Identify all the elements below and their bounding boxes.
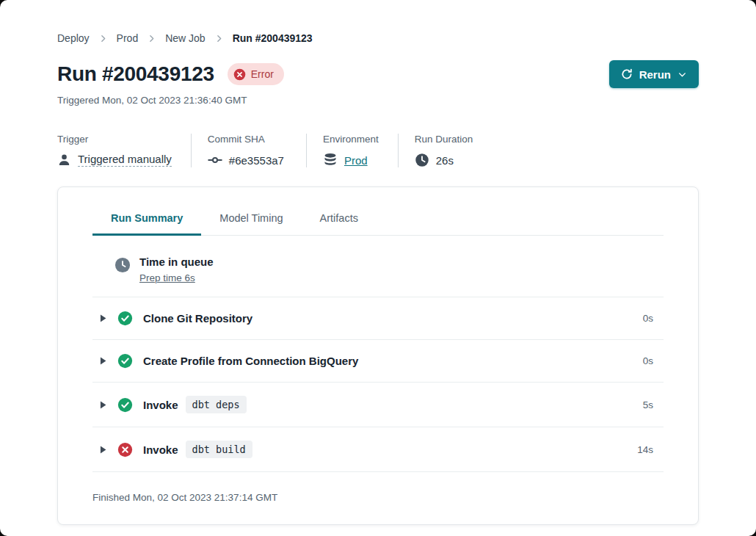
step-duration: 5s	[643, 399, 664, 410]
rerun-refresh-icon	[621, 68, 633, 80]
chevron-down-icon	[677, 70, 687, 79]
step-label: Create Profile from Connection BigQuery	[143, 355, 358, 367]
meta-environment: Environment Prod	[306, 134, 398, 167]
tab-model-timing[interactable]: Model Timing	[201, 212, 301, 235]
status-badge-label: Error	[251, 68, 274, 80]
step-row-dbt-build[interactable]: Invoke dbt build 14s	[92, 427, 664, 472]
success-icon	[117, 353, 133, 369]
page-title: Run #200439123	[57, 62, 214, 86]
error-circle-icon	[233, 68, 246, 81]
expand-triangle-icon[interactable]	[92, 356, 107, 366]
step-label: Invoke dbt deps	[143, 396, 247, 413]
step-label: Clone Git Repository	[143, 312, 252, 325]
success-icon	[117, 397, 133, 413]
queue-clock-icon	[115, 257, 131, 273]
expand-triangle-icon[interactable]	[92, 400, 107, 410]
time-in-queue-section: Time in queue Prep time 6s	[92, 236, 664, 297]
expand-triangle-icon[interactable]	[92, 314, 107, 323]
clock-icon	[415, 153, 429, 167]
person-icon	[57, 153, 71, 167]
meta-environment-value[interactable]: Prod	[344, 154, 368, 167]
breadcrumb-deploy[interactable]: Deploy	[57, 32, 90, 44]
meta-environment-label: Environment	[323, 134, 379, 145]
breadcrumb: Deploy Prod New Job Run #200439123	[57, 0, 699, 44]
chevron-right-icon	[98, 34, 108, 43]
git-commit-icon	[208, 153, 222, 167]
tab-bar: Run Summary Model Timing Artifacts	[92, 212, 664, 236]
tab-run-summary[interactable]: Run Summary	[92, 212, 201, 236]
database-icon	[323, 153, 338, 167]
step-label: Invoke dbt build	[143, 441, 252, 458]
run-summary-card: Run Summary Model Timing Artifacts Time …	[57, 186, 699, 525]
tab-artifacts[interactable]: Artifacts	[302, 212, 377, 235]
success-icon	[117, 311, 133, 326]
app-window: Deploy Prod New Job Run #200439123 Run #…	[0, 0, 756, 536]
expand-triangle-icon[interactable]	[92, 445, 107, 454]
step-duration: 0s	[643, 355, 664, 366]
meta-commit-label: Commit SHA	[208, 134, 284, 145]
breadcrumb-new-job[interactable]: New Job	[165, 32, 205, 44]
meta-trigger-label: Trigger	[57, 134, 172, 145]
command-chip: dbt deps	[186, 396, 247, 413]
breadcrumb-current-run: Run #200439123	[233, 32, 313, 44]
step-duration: 14s	[637, 444, 664, 455]
command-chip: dbt build	[186, 441, 252, 458]
step-row-dbt-deps[interactable]: Invoke dbt deps 5s	[92, 383, 664, 427]
triggered-timestamp: Triggered Mon, 02 Oct 2023 21:36:40 GMT	[57, 95, 699, 106]
status-badge: Error	[228, 63, 284, 85]
error-icon	[117, 442, 133, 457]
rerun-button[interactable]: Rerun	[609, 60, 699, 88]
meta-commit-sha: Commit SHA #6e3553a7	[191, 134, 306, 167]
chevron-right-icon	[147, 34, 156, 43]
meta-trigger: Trigger Triggered manually	[57, 134, 191, 167]
prep-time-link[interactable]: Prep time 6s	[139, 272, 195, 283]
finished-timestamp: Finished Mon, 02 Oct 2023 21:37:14 GMT	[92, 472, 664, 524]
step-duration: 0s	[643, 313, 664, 324]
chevron-right-icon	[214, 34, 224, 43]
run-metadata: Trigger Triggered manually Commit SHA #6…	[57, 134, 699, 167]
rerun-button-label: Rerun	[639, 68, 671, 81]
meta-run-duration: Run Duration 26s	[398, 134, 491, 167]
meta-trigger-value[interactable]: Triggered manually	[78, 153, 172, 167]
breadcrumb-prod[interactable]: Prod	[117, 32, 139, 44]
step-row-clone-git[interactable]: Clone Git Repository 0s	[92, 297, 664, 340]
queue-title: Time in queue	[139, 256, 214, 268]
meta-duration-label: Run Duration	[415, 134, 473, 145]
meta-commit-value: #6e3553a7	[229, 154, 284, 167]
meta-duration-value: 26s	[436, 154, 454, 167]
step-row-create-profile[interactable]: Create Profile from Connection BigQuery …	[92, 340, 664, 383]
